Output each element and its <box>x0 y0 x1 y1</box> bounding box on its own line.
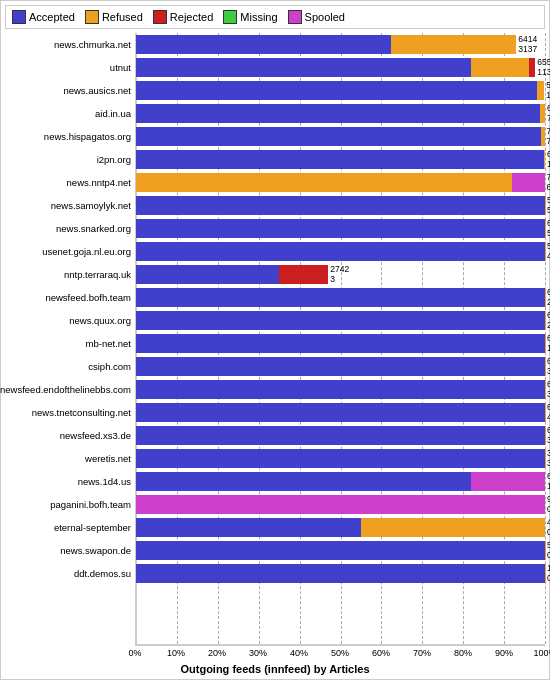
bar-wrap-5 <box>136 150 545 169</box>
row-label-16: news.tnetconsulting.net <box>5 401 135 424</box>
bar-values-12: 61832 <box>545 309 550 332</box>
bar-segment-accepted-18 <box>136 449 545 468</box>
bar-segment-refused-6 <box>136 173 512 192</box>
row-label-20: paganini.bofh.team <box>5 493 135 516</box>
bar-wrap-7 <box>136 196 545 215</box>
bar-values-22: 5450 <box>545 539 550 562</box>
bar-values-17: 64853 <box>545 424 550 447</box>
bar-values-11: 62312 <box>545 286 550 309</box>
bar-v2-10: 3 <box>330 275 349 284</box>
legend-color-missing <box>223 10 237 24</box>
x-tick-7: 70% <box>413 648 431 658</box>
bar-row-14: 65393 <box>136 355 545 378</box>
bar-row-3: 655378 <box>136 102 545 125</box>
bar-segment-accepted-14 <box>136 357 545 376</box>
bar-row-19: 64401 <box>136 470 545 493</box>
bar-wrap-8 <box>136 219 545 238</box>
bar-segment-accepted-2 <box>136 81 537 100</box>
bar-row-23: 1020 <box>136 562 545 585</box>
bar-segment-refused-0 <box>391 35 516 54</box>
x-tick-5: 50% <box>331 648 349 658</box>
bar-values-2: 5433101 <box>544 79 550 102</box>
bar-row-12: 61832 <box>136 309 545 332</box>
legend-color-accepted <box>12 10 26 24</box>
x-tick-1: 10% <box>167 648 185 658</box>
bar-values-15: 63303 <box>545 378 550 401</box>
bar-values-1: 65531137 <box>535 56 550 79</box>
bar-values-16: 65394 <box>545 401 550 424</box>
bar-row-0: 64143137 <box>136 33 545 56</box>
bar-v2-6: 6 <box>547 183 550 192</box>
bar-values-9: 59054 <box>545 240 550 263</box>
bar-wrap-23 <box>136 564 545 583</box>
chart-container: AcceptedRefusedRejectedMissingSpooled ne… <box>0 0 550 680</box>
x-tick-8: 80% <box>454 648 472 658</box>
bar-segment-spooled-20 <box>136 495 545 514</box>
bar-values-10: 27423 <box>328 263 349 286</box>
bar-values-5: 635111 <box>545 148 550 171</box>
bar-values-23: 1020 <box>545 562 550 585</box>
bar-values-20: 91870 <box>545 493 550 516</box>
bar-wrap-14 <box>136 357 545 376</box>
bar-row-5: 635111 <box>136 148 545 171</box>
bar-wrap-21 <box>136 518 545 537</box>
bar-wrap-6 <box>136 173 545 192</box>
row-label-6: news.nntp4.net <box>5 171 135 194</box>
x-tick-9: 90% <box>495 648 513 658</box>
bar-wrap-1 <box>136 58 545 77</box>
row-label-17: newsfeed.xs3.de <box>5 424 135 447</box>
legend: AcceptedRefusedRejectedMissingSpooled <box>5 5 545 29</box>
bar-segment-rejected-10 <box>279 265 328 284</box>
row-label-23: ddt.demos.su <box>5 562 135 585</box>
bar-wrap-0 <box>136 35 545 54</box>
bar-values-21: 46410 <box>545 516 550 539</box>
bar-values-6: 75046 <box>545 171 550 194</box>
bar-wrap-4 <box>136 127 545 146</box>
x-tick-3: 30% <box>249 648 267 658</box>
bar-wrap-16 <box>136 403 545 422</box>
bar-v2-1: 1137 <box>537 68 550 77</box>
bar-wrap-3 <box>136 104 545 123</box>
bar-segment-spooled-6 <box>512 173 544 192</box>
row-label-1: utnut <box>5 56 135 79</box>
bar-wrap-22 <box>136 541 545 560</box>
labels-column: news.chmurka.netutnutnews.ausics.netaid.… <box>5 33 135 645</box>
legend-label-refused: Refused <box>102 11 143 23</box>
bar-row-4: 748670 <box>136 125 545 148</box>
bar-segment-accepted-21 <box>136 518 361 537</box>
bar-wrap-20 <box>136 495 545 514</box>
bar-segment-accepted-9 <box>136 242 545 261</box>
bar-row-7: 52515 <box>136 194 545 217</box>
bar-wrap-12 <box>136 311 545 330</box>
x-tick-2: 20% <box>208 648 226 658</box>
bar-segment-accepted-22 <box>136 541 545 560</box>
row-label-7: news.samoylyk.net <box>5 194 135 217</box>
bar-segment-accepted-8 <box>136 219 545 238</box>
legend-label-accepted: Accepted <box>29 11 75 23</box>
bar-segment-accepted-15 <box>136 380 545 399</box>
row-label-12: news.quux.org <box>5 309 135 332</box>
bar-segment-accepted-12 <box>136 311 545 330</box>
bar-segment-accepted-3 <box>136 104 540 123</box>
bar-segment-refused-1 <box>471 58 529 77</box>
legend-label-missing: Missing <box>240 11 277 23</box>
bar-row-22: 5450 <box>136 539 545 562</box>
row-label-11: newsfeed.bofh.team <box>5 286 135 309</box>
row-label-3: aid.in.ua <box>5 102 135 125</box>
bar-wrap-19 <box>136 472 545 491</box>
bar-row-10: 27423 <box>136 263 545 286</box>
row-label-2: news.ausics.net <box>5 79 135 102</box>
bar-values-7: 52515 <box>545 194 550 217</box>
bar-row-6: 75046 <box>136 171 545 194</box>
bar-segment-refused-2 <box>537 81 544 100</box>
row-label-9: usenet.goja.nl.eu.org <box>5 240 135 263</box>
row-label-21: eternal-september <box>5 516 135 539</box>
row-label-10: nntp.terraraq.uk <box>5 263 135 286</box>
row-label-4: news.hispagatos.org <box>5 125 135 148</box>
bar-row-18: 35553 <box>136 447 545 470</box>
row-label-5: i2pn.org <box>5 148 135 171</box>
bar-row-11: 62312 <box>136 286 545 309</box>
legend-item-spooled: Spooled <box>288 10 345 24</box>
chart-title: Outgoing feeds (innfeed) by Articles <box>5 663 545 675</box>
legend-label-spooled: Spooled <box>305 11 345 23</box>
